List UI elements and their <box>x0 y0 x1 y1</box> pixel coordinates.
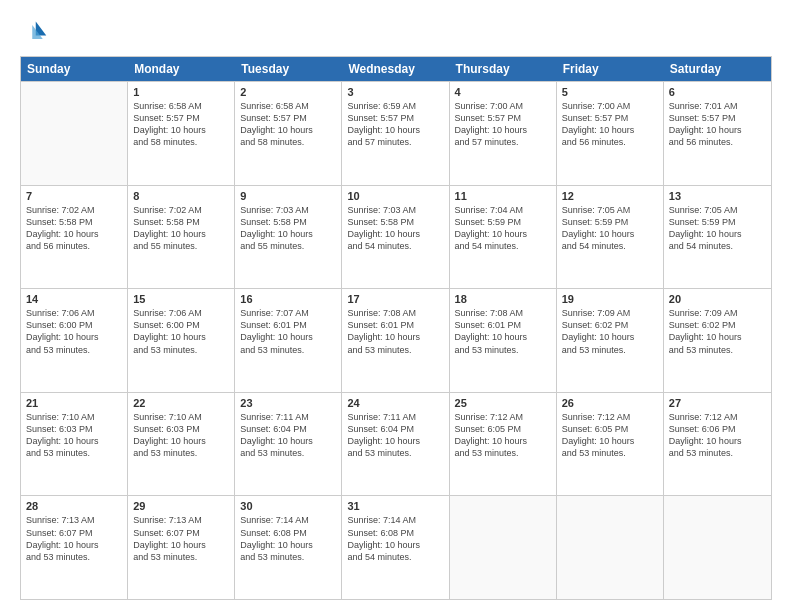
cell-info: Sunrise: 6:58 AM Sunset: 5:57 PM Dayligh… <box>240 100 336 149</box>
page: Sunday Monday Tuesday Wednesday Thursday… <box>0 0 792 612</box>
cell-info: Sunrise: 7:09 AM Sunset: 6:02 PM Dayligh… <box>669 307 766 356</box>
cell-info: Sunrise: 7:12 AM Sunset: 6:05 PM Dayligh… <box>455 411 551 460</box>
table-row: 13Sunrise: 7:05 AM Sunset: 5:59 PM Dayli… <box>664 186 771 289</box>
cell-info: Sunrise: 7:11 AM Sunset: 6:04 PM Dayligh… <box>240 411 336 460</box>
table-row <box>557 496 664 599</box>
day-number: 26 <box>562 397 658 409</box>
cell-info: Sunrise: 7:00 AM Sunset: 5:57 PM Dayligh… <box>455 100 551 149</box>
cell-info: Sunrise: 6:58 AM Sunset: 5:57 PM Dayligh… <box>133 100 229 149</box>
day-number: 1 <box>133 86 229 98</box>
table-row: 3Sunrise: 6:59 AM Sunset: 5:57 PM Daylig… <box>342 82 449 185</box>
table-row: 29Sunrise: 7:13 AM Sunset: 6:07 PM Dayli… <box>128 496 235 599</box>
day-number: 25 <box>455 397 551 409</box>
table-row: 5Sunrise: 7:00 AM Sunset: 5:57 PM Daylig… <box>557 82 664 185</box>
cell-info: Sunrise: 7:10 AM Sunset: 6:03 PM Dayligh… <box>26 411 122 460</box>
day-number: 24 <box>347 397 443 409</box>
table-row: 10Sunrise: 7:03 AM Sunset: 5:58 PM Dayli… <box>342 186 449 289</box>
calendar-row-2: 7Sunrise: 7:02 AM Sunset: 5:58 PM Daylig… <box>21 185 771 289</box>
cell-info: Sunrise: 7:07 AM Sunset: 6:01 PM Dayligh… <box>240 307 336 356</box>
table-row: 24Sunrise: 7:11 AM Sunset: 6:04 PM Dayli… <box>342 393 449 496</box>
calendar-body: 1Sunrise: 6:58 AM Sunset: 5:57 PM Daylig… <box>21 81 771 599</box>
cell-info: Sunrise: 7:02 AM Sunset: 5:58 PM Dayligh… <box>26 204 122 253</box>
day-number: 19 <box>562 293 658 305</box>
cell-info: Sunrise: 7:06 AM Sunset: 6:00 PM Dayligh… <box>26 307 122 356</box>
calendar: Sunday Monday Tuesday Wednesday Thursday… <box>20 56 772 600</box>
day-number: 14 <box>26 293 122 305</box>
day-number: 28 <box>26 500 122 512</box>
cell-info: Sunrise: 7:04 AM Sunset: 5:59 PM Dayligh… <box>455 204 551 253</box>
table-row: 12Sunrise: 7:05 AM Sunset: 5:59 PM Dayli… <box>557 186 664 289</box>
table-row: 4Sunrise: 7:00 AM Sunset: 5:57 PM Daylig… <box>450 82 557 185</box>
table-row: 31Sunrise: 7:14 AM Sunset: 6:08 PM Dayli… <box>342 496 449 599</box>
table-row: 19Sunrise: 7:09 AM Sunset: 6:02 PM Dayli… <box>557 289 664 392</box>
cell-info: Sunrise: 7:13 AM Sunset: 6:07 PM Dayligh… <box>133 514 229 563</box>
day-number: 16 <box>240 293 336 305</box>
calendar-row-1: 1Sunrise: 6:58 AM Sunset: 5:57 PM Daylig… <box>21 81 771 185</box>
calendar-row-5: 28Sunrise: 7:13 AM Sunset: 6:07 PM Dayli… <box>21 495 771 599</box>
day-number: 3 <box>347 86 443 98</box>
day-number: 30 <box>240 500 336 512</box>
table-row: 8Sunrise: 7:02 AM Sunset: 5:58 PM Daylig… <box>128 186 235 289</box>
table-row: 28Sunrise: 7:13 AM Sunset: 6:07 PM Dayli… <box>21 496 128 599</box>
table-row: 22Sunrise: 7:10 AM Sunset: 6:03 PM Dayli… <box>128 393 235 496</box>
day-number: 11 <box>455 190 551 202</box>
header-tuesday: Tuesday <box>235 57 342 81</box>
cell-info: Sunrise: 7:10 AM Sunset: 6:03 PM Dayligh… <box>133 411 229 460</box>
table-row <box>21 82 128 185</box>
table-row <box>450 496 557 599</box>
table-row: 15Sunrise: 7:06 AM Sunset: 6:00 PM Dayli… <box>128 289 235 392</box>
table-row: 26Sunrise: 7:12 AM Sunset: 6:05 PM Dayli… <box>557 393 664 496</box>
header-saturday: Saturday <box>664 57 771 81</box>
header-wednesday: Wednesday <box>342 57 449 81</box>
cell-info: Sunrise: 7:08 AM Sunset: 6:01 PM Dayligh… <box>455 307 551 356</box>
cell-info: Sunrise: 7:05 AM Sunset: 5:59 PM Dayligh… <box>562 204 658 253</box>
day-number: 13 <box>669 190 766 202</box>
day-number: 20 <box>669 293 766 305</box>
cell-info: Sunrise: 7:03 AM Sunset: 5:58 PM Dayligh… <box>240 204 336 253</box>
header <box>20 18 772 46</box>
table-row: 9Sunrise: 7:03 AM Sunset: 5:58 PM Daylig… <box>235 186 342 289</box>
table-row: 25Sunrise: 7:12 AM Sunset: 6:05 PM Dayli… <box>450 393 557 496</box>
day-number: 23 <box>240 397 336 409</box>
day-number: 5 <box>562 86 658 98</box>
cell-info: Sunrise: 7:06 AM Sunset: 6:00 PM Dayligh… <box>133 307 229 356</box>
table-row: 16Sunrise: 7:07 AM Sunset: 6:01 PM Dayli… <box>235 289 342 392</box>
calendar-row-4: 21Sunrise: 7:10 AM Sunset: 6:03 PM Dayli… <box>21 392 771 496</box>
day-number: 7 <box>26 190 122 202</box>
day-number: 31 <box>347 500 443 512</box>
table-row <box>664 496 771 599</box>
cell-info: Sunrise: 7:12 AM Sunset: 6:05 PM Dayligh… <box>562 411 658 460</box>
cell-info: Sunrise: 7:14 AM Sunset: 6:08 PM Dayligh… <box>347 514 443 563</box>
cell-info: Sunrise: 7:11 AM Sunset: 6:04 PM Dayligh… <box>347 411 443 460</box>
logo-icon <box>20 18 48 46</box>
day-number: 6 <box>669 86 766 98</box>
header-sunday: Sunday <box>21 57 128 81</box>
day-number: 27 <box>669 397 766 409</box>
day-number: 22 <box>133 397 229 409</box>
header-monday: Monday <box>128 57 235 81</box>
cell-info: Sunrise: 7:01 AM Sunset: 5:57 PM Dayligh… <box>669 100 766 149</box>
table-row: 18Sunrise: 7:08 AM Sunset: 6:01 PM Dayli… <box>450 289 557 392</box>
day-number: 18 <box>455 293 551 305</box>
day-number: 4 <box>455 86 551 98</box>
day-number: 21 <box>26 397 122 409</box>
table-row: 23Sunrise: 7:11 AM Sunset: 6:04 PM Dayli… <box>235 393 342 496</box>
header-friday: Friday <box>557 57 664 81</box>
day-number: 17 <box>347 293 443 305</box>
table-row: 11Sunrise: 7:04 AM Sunset: 5:59 PM Dayli… <box>450 186 557 289</box>
table-row: 20Sunrise: 7:09 AM Sunset: 6:02 PM Dayli… <box>664 289 771 392</box>
day-number: 29 <box>133 500 229 512</box>
cell-info: Sunrise: 6:59 AM Sunset: 5:57 PM Dayligh… <box>347 100 443 149</box>
table-row: 17Sunrise: 7:08 AM Sunset: 6:01 PM Dayli… <box>342 289 449 392</box>
day-number: 2 <box>240 86 336 98</box>
cell-info: Sunrise: 7:13 AM Sunset: 6:07 PM Dayligh… <box>26 514 122 563</box>
header-thursday: Thursday <box>450 57 557 81</box>
cell-info: Sunrise: 7:09 AM Sunset: 6:02 PM Dayligh… <box>562 307 658 356</box>
table-row: 30Sunrise: 7:14 AM Sunset: 6:08 PM Dayli… <box>235 496 342 599</box>
logo <box>20 18 52 46</box>
table-row: 2Sunrise: 6:58 AM Sunset: 5:57 PM Daylig… <box>235 82 342 185</box>
cell-info: Sunrise: 7:12 AM Sunset: 6:06 PM Dayligh… <box>669 411 766 460</box>
cell-info: Sunrise: 7:00 AM Sunset: 5:57 PM Dayligh… <box>562 100 658 149</box>
table-row: 21Sunrise: 7:10 AM Sunset: 6:03 PM Dayli… <box>21 393 128 496</box>
day-number: 9 <box>240 190 336 202</box>
